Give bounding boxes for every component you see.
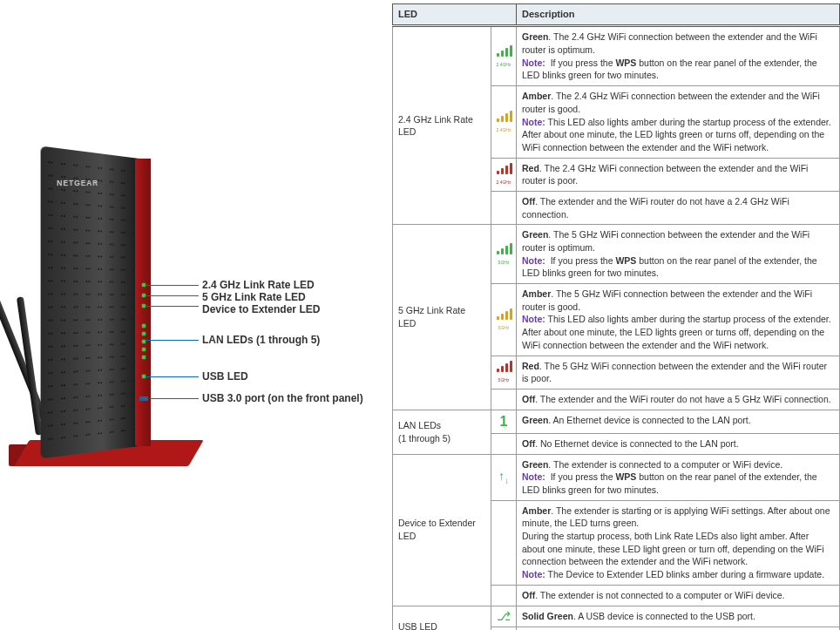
signal-red-icon: 5GHz [491,356,517,389]
arrows-icon: ↑↓ [491,454,517,500]
led-name-24: 2.4 GHz Link Rate LED [393,26,491,225]
callout-usb-port: USB 3.0 port (on the front panel) [202,392,363,404]
number-one-icon: 1 [491,410,517,433]
led-name-5: 5 GHz Link Rate LED [393,225,491,410]
signal-green-icon: 5GHz [491,225,517,284]
table-row: 5 GHz Link Rate LED 5GHz Green. The 5 GH… [393,225,840,284]
usb-icon: ⎇ [491,606,517,627]
signal-red-icon: 2.4GHz [491,158,517,191]
callout-lan: LAN LEDs (1 through 5) [202,334,320,346]
callout-d2e: Device to Extender LED [202,303,320,315]
callout-5ghz-link: 5 GHz Link Rate LED [202,291,306,303]
led-name-usb: USB LED [393,606,491,630]
th-led: LED [393,4,517,26]
table-row: Device to Extender LED ↑↓ Green. The ext… [393,454,840,500]
brand-logo: NETGEAR [57,179,98,187]
signal-amber-icon: 2.4GHz [491,86,517,158]
signal-green-icon: 2.4GHz [491,26,517,86]
table-row: 2.4 GHz Link Rate LED 2.4GHz Green. The … [393,26,840,86]
led-name-d2e: Device to Extender LED [393,454,491,606]
callout-24ghz-link: 2.4 GHz Link Rate LED [202,279,315,291]
callout-usb-led: USB LED [202,370,248,383]
th-desc: Description [517,4,840,26]
led-table: LED Description 2.4 GHz Link Rate LED 2.… [392,3,840,630]
table-row: USB LED ⎇ Solid Green. A USB device is c… [393,606,840,627]
signal-amber-icon: 5GHz [491,284,517,356]
table-row: LAN LEDs(1 through 5) 1 Green. An Ethern… [393,410,840,433]
led-name-lan: LAN LEDs(1 through 5) [393,410,491,454]
device-illustration: NETGEAR 2.4 GHz Link Rate LED 5 GHz Link… [0,0,392,630]
